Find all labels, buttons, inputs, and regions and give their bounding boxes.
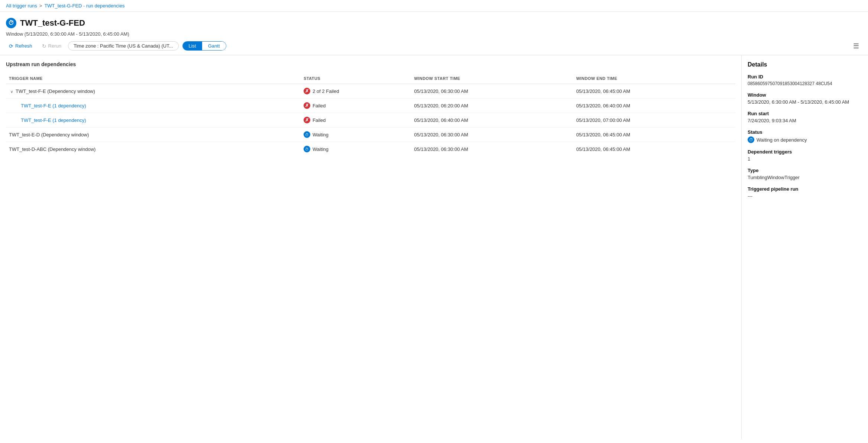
run-start-section: Run start 7/24/2020, 9:03:34 AM xyxy=(748,111,862,123)
run-id-label: Run ID xyxy=(748,74,862,80)
col-window-start: WINDOW START TIME xyxy=(411,73,573,84)
window-start-cell: 05/13/2020, 06:20:00 AM xyxy=(411,98,573,113)
trigger-name-text: TWT_test-E-D (Dependency window) xyxy=(9,132,89,138)
trigger-name-text: TWT_test-D-ABC (Dependency window) xyxy=(9,146,95,152)
window-value: 5/13/2020, 6:30:00 AM - 5/13/2020, 6:45:… xyxy=(748,99,862,105)
status-value-row: ⏱ Waiting on dependency xyxy=(748,136,862,143)
refresh-icon: ⟳ xyxy=(9,43,13,49)
settings-icon[interactable]: ☰ xyxy=(853,42,859,50)
type-section: Type TumblingWindowTrigger xyxy=(748,168,862,180)
breadcrumb-all-runs[interactable]: All trigger runs xyxy=(6,3,37,9)
trigger-name-cell: TWT_test-D-ABC (Dependency window) xyxy=(6,142,301,156)
run-id-section: Run ID 085860597507091853004128327 48CU5… xyxy=(748,74,862,86)
gantt-view-button[interactable]: Gantt xyxy=(202,42,226,50)
breadcrumb-bar: All trigger runs > TWT_test-G-FED - run … xyxy=(0,0,868,12)
window-start-cell: 05/13/2020, 06:30:00 AM xyxy=(411,127,573,142)
type-value: TumblingWindowTrigger xyxy=(748,175,862,180)
trigger-name-cell: TWT_test-F-E (1 dependency) xyxy=(6,98,301,113)
section-title: Upstream run dependencies xyxy=(6,61,735,67)
trigger-name-link[interactable]: TWT_test-F-E (1 dependency) xyxy=(21,117,86,123)
run-id-value: 085860597507091853004128327 48CU54 xyxy=(748,81,862,86)
window-end-cell: 05/13/2020, 07:00:00 AM xyxy=(573,113,735,127)
status-text: Waiting xyxy=(312,146,328,152)
window-section: Window 5/13/2020, 6:30:00 AM - 5/13/2020… xyxy=(748,92,862,105)
table-header-row: TRIGGER NAME STATUS WINDOW START TIME WI… xyxy=(6,73,735,84)
col-status: STATUS xyxy=(301,73,411,84)
rerun-icon: ↻ xyxy=(42,43,46,49)
failed-icon: ✗ xyxy=(304,117,310,123)
status-value: Waiting on dependency xyxy=(757,137,807,143)
status-label: Status xyxy=(748,129,862,135)
window-label: Window xyxy=(748,92,862,98)
clock-icon: ⏱ xyxy=(6,18,16,28)
window-start-cell: 05/13/2020, 06:30:00 AM xyxy=(411,142,573,156)
refresh-button[interactable]: ⟳ Refresh xyxy=(6,42,35,51)
rerun-button[interactable]: ↻ Rerun xyxy=(39,42,64,51)
dependent-triggers-label: Dependent triggers xyxy=(748,149,862,155)
window-start-cell: 05/13/2020, 06:30:00 AM xyxy=(411,84,573,98)
run-start-value: 7/24/2020, 9:03:34 AM xyxy=(748,118,862,123)
details-title: Details xyxy=(748,61,862,68)
triggered-pipeline-section: Triggered pipeline run --- xyxy=(748,186,862,199)
dependency-table: TRIGGER NAME STATUS WINDOW START TIME WI… xyxy=(6,73,735,156)
table-row: ∨TWT_test-F-E (Dependency window)✗2 of 2… xyxy=(6,84,735,98)
trigger-name-cell: ∨TWT_test-F-E (Dependency window) xyxy=(6,84,301,98)
status-cell: ⏱Waiting xyxy=(301,142,411,156)
list-view-button[interactable]: List xyxy=(183,42,202,50)
status-text: Waiting xyxy=(312,132,328,138)
window-end-cell: 05/13/2020, 06:45:00 AM xyxy=(573,142,735,156)
left-panel: Upstream run dependencies TRIGGER NAME S… xyxy=(0,55,742,439)
table-row: TWT_test-D-ABC (Dependency window)⏱Waiti… xyxy=(6,142,735,156)
table-row: TWT_test-E-D (Dependency window)⏱Waiting… xyxy=(6,127,735,142)
timezone-button[interactable]: Time zone : Pacific Time (US & Canada) (… xyxy=(68,41,179,51)
window-end-cell: 05/13/2020, 06:40:00 AM xyxy=(573,98,735,113)
view-toggle: List Gantt xyxy=(182,41,226,51)
waiting-icon: ⏱ xyxy=(304,146,310,152)
page-header: ⏱ TWT_test-G-FED Window (5/13/2020, 6:30… xyxy=(0,12,868,55)
status-cell: ✗Failed xyxy=(301,98,411,113)
dependent-triggers-value: 1 xyxy=(748,156,862,162)
window-subtitle: Window (5/13/2020, 6:30:00 AM - 5/13/202… xyxy=(6,31,862,37)
page-title-row: ⏱ TWT_test-G-FED xyxy=(6,18,862,28)
waiting-icon: ⏱ xyxy=(304,131,310,138)
trigger-name-cell: TWT_test-E-D (Dependency window) xyxy=(6,127,301,142)
window-end-cell: 05/13/2020, 06:45:00 AM xyxy=(573,84,735,98)
status-cell: ⏱Waiting xyxy=(301,127,411,142)
status-text: Failed xyxy=(312,103,326,109)
toolbar: ⟳ Refresh ↻ Rerun Time zone : Pacific Ti… xyxy=(6,41,862,51)
status-section: Status ⏱ Waiting on dependency xyxy=(748,129,862,143)
top-right-controls: ☰ xyxy=(853,42,862,50)
status-waiting-icon: ⏱ xyxy=(748,136,754,143)
page-title: TWT_test-G-FED xyxy=(20,18,85,28)
window-end-cell: 05/13/2020, 06:45:00 AM xyxy=(573,127,735,142)
table-row: TWT_test-F-E (1 dependency)✗Failed05/13/… xyxy=(6,98,735,113)
main-layout: Upstream run dependencies TRIGGER NAME S… xyxy=(0,55,868,439)
window-start-cell: 05/13/2020, 06:40:00 AM xyxy=(411,113,573,127)
table-row: TWT_test-F-E (1 dependency)✗Failed05/13/… xyxy=(6,113,735,127)
dependent-triggers-section: Dependent triggers 1 xyxy=(748,149,862,162)
status-text: Failed xyxy=(312,117,326,123)
trigger-name-text: TWT_test-F-E (Dependency window) xyxy=(16,88,95,94)
col-window-end: WINDOW END TIME xyxy=(573,73,735,84)
status-cell: ✗Failed xyxy=(301,113,411,127)
triggered-pipeline-label: Triggered pipeline run xyxy=(748,186,862,192)
run-start-label: Run start xyxy=(748,111,862,116)
expand-chevron-icon[interactable]: ∨ xyxy=(9,90,14,94)
failed-icon: ✗ xyxy=(304,102,310,109)
trigger-name-link[interactable]: TWT_test-F-E (1 dependency) xyxy=(21,103,86,109)
status-cell: ✗2 of 2 Failed xyxy=(301,84,411,98)
right-panel: Details Run ID 0858605975070918530041283… xyxy=(742,55,868,439)
failed-icon: ✗ xyxy=(304,88,310,94)
triggered-pipeline-value: --- xyxy=(748,193,862,199)
type-label: Type xyxy=(748,168,862,173)
breadcrumb-separator: > xyxy=(39,3,42,9)
breadcrumb-current: TWT_test-G-FED - run dependencies xyxy=(44,3,124,9)
status-text: 2 of 2 Failed xyxy=(312,88,339,94)
col-trigger-name: TRIGGER NAME xyxy=(6,73,301,84)
trigger-name-cell: TWT_test-F-E (1 dependency) xyxy=(6,113,301,127)
